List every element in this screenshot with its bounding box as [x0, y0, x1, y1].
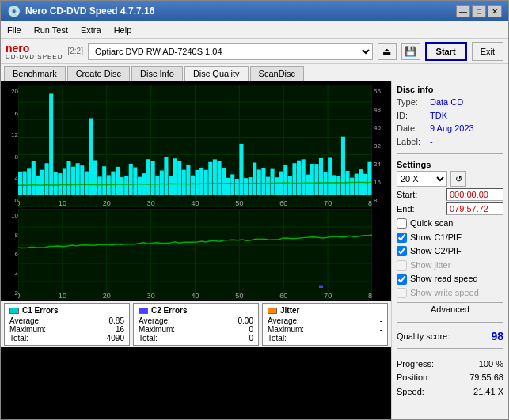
jitter-average-label: Average:: [268, 316, 299, 325]
menu-extra[interactable]: Extra: [78, 25, 104, 36]
position-row: Position: 79:55.68: [397, 371, 503, 385]
eject-icon[interactable]: ⏏: [378, 43, 397, 60]
disc-date-label: Date:: [397, 122, 427, 135]
c1-legend: C1 Errors Average: 0.85 Maximum: 16 Tota…: [4, 303, 130, 346]
jitter-color-swatch: [268, 308, 277, 314]
jitter-label: Jitter: [280, 306, 299, 315]
quality-row: Quality score: 98: [397, 330, 503, 342]
show-c1-label: Show C1/PIE: [410, 231, 462, 245]
lower-left-y-axis: 10 8 6 4 2: [4, 209, 18, 300]
show-read-speed-checkbox[interactable]: [397, 274, 407, 285]
speed-row: 20 X ↺: [397, 171, 503, 187]
tab-disc-info[interactable]: Disc Info: [131, 66, 183, 81]
c2-legend: C2 Errors Average: 0.00 Maximum: 0 Total…: [133, 303, 259, 346]
position-value: 79:55.68: [469, 371, 503, 385]
show-read-speed-label: Show read speed: [410, 272, 478, 286]
show-c1-checkbox[interactable]: [397, 233, 407, 243]
drive-selector[interactable]: Optiarc DVD RW AD-7240S 1.04: [88, 43, 373, 60]
jitter-title: Jitter: [268, 306, 382, 315]
menu-bar: File Run Test Extra Help: [1, 21, 508, 39]
divider-3: [397, 348, 503, 349]
speed-selector[interactable]: 20 X: [397, 171, 447, 187]
tab-create-disc[interactable]: Create Disc: [67, 66, 130, 81]
menu-file[interactable]: File: [4, 25, 25, 36]
jitter-total-label: Total:: [268, 334, 287, 342]
start-label: Start:: [397, 190, 417, 199]
c1-color-swatch: [9, 308, 19, 314]
jitter-legend: Jitter Average: - Maximum: - Total: -: [262, 303, 388, 346]
disc-info-section: Disc info Type: Data CD ID: TDK Date: 9 …: [397, 85, 503, 148]
show-write-speed-label: Show write speed: [410, 286, 479, 301]
upper-right-y-axis: 56 48 40 32 24 16 8: [372, 85, 388, 207]
lower-right-spacer: [372, 209, 388, 300]
start-button[interactable]: Start: [425, 42, 467, 61]
show-jitter-checkbox[interactable]: [397, 260, 407, 271]
quick-scan-row: Quick scan: [397, 217, 503, 231]
disc-label-row: Label: -: [397, 135, 503, 149]
position-label: Position:: [397, 371, 430, 385]
show-c2-label: Show C2/PIF: [410, 244, 462, 259]
upper-chart-container: 20 16 12 8 4 0 56 48 40 32 24 16: [4, 85, 388, 207]
c1-maximum-label: Maximum:: [9, 325, 46, 334]
nero-logo: nero CD-DVD SPEED: [6, 43, 63, 60]
quick-scan-label: Quick scan: [410, 217, 453, 231]
disc-info-title: Disc info: [397, 85, 503, 94]
refresh-button[interactable]: ↺: [450, 171, 466, 187]
speed-row-progress: Speed: 21.41 X: [397, 385, 503, 399]
c1-maximum-value: 16: [116, 325, 124, 334]
tab-benchmark[interactable]: Benchmark: [4, 66, 66, 81]
quick-scan-checkbox[interactable]: [397, 218, 407, 229]
exit-button[interactable]: Exit: [472, 42, 503, 61]
c1-title: C1 Errors: [9, 306, 124, 315]
c1-label: C1 Errors: [22, 306, 59, 315]
end-time: 079:57.72: [446, 202, 503, 215]
jitter-average-value: -: [380, 316, 382, 325]
divider-2: [397, 322, 503, 323]
disc-id-row: ID: TDK: [397, 109, 503, 123]
legend-row: C1 Errors Average: 0.85 Maximum: 16 Tota…: [4, 303, 388, 346]
disc-label-label: Label:: [397, 135, 427, 149]
end-label: End:: [397, 204, 415, 214]
window-controls: — □ ✕: [456, 5, 502, 17]
disc-id-label: ID:: [397, 109, 427, 123]
divider-1: [397, 153, 503, 154]
settings-title: Settings: [397, 160, 503, 169]
show-c2-row: Show C2/PIF: [397, 244, 503, 259]
start-time: 000:00.00: [446, 188, 503, 201]
quality-score: 98: [491, 330, 503, 342]
close-button[interactable]: ✕: [488, 5, 502, 17]
c2-total-value: 0: [249, 334, 253, 342]
main-content: 20 16 12 8 4 0 56 48 40 32 24 16: [1, 81, 508, 419]
tab-scandisc[interactable]: ScanDisc: [250, 66, 304, 81]
disc-date-value: 9 Aug 2023: [430, 122, 474, 135]
show-jitter-label: Show jitter: [410, 259, 450, 273]
toolbar: nero CD-DVD SPEED [2:2] Optiarc DVD RW A…: [1, 39, 508, 64]
quality-label: Quality score:: [397, 331, 450, 341]
c1-total-value: 4090: [107, 334, 124, 342]
menu-help[interactable]: Help: [111, 25, 135, 36]
menu-run-test[interactable]: Run Test: [31, 25, 71, 36]
progress-section: Progress: 100 % Position: 79:55.68 Speed…: [397, 358, 503, 399]
save-icon[interactable]: 💾: [401, 43, 420, 60]
c2-title: C2 Errors: [139, 306, 253, 315]
disc-label-value: -: [430, 135, 433, 149]
show-c2-checkbox[interactable]: [397, 246, 407, 256]
right-panel: Disc info Type: Data CD ID: TDK Date: 9 …: [391, 81, 508, 419]
c1-total-label: Total:: [9, 334, 28, 342]
show-write-speed-checkbox[interactable]: [397, 288, 407, 298]
progress-label: Progress:: [397, 358, 434, 372]
disc-date-row: Date: 9 Aug 2023: [397, 122, 503, 135]
c2-average-label: Average:: [139, 316, 170, 325]
tab-disc-quality[interactable]: Disc Quality: [184, 66, 249, 81]
advanced-button[interactable]: Advanced: [397, 302, 503, 316]
speed-label: Speed:: [397, 385, 424, 399]
c1-average-value: 0.85: [109, 316, 124, 325]
maximize-button[interactable]: □: [472, 5, 486, 17]
lower-chart-canvas: [18, 209, 372, 300]
main-window: 💿 Nero CD-DVD Speed 4.7.7.16 — □ ✕ File …: [0, 0, 509, 420]
legend-area: C1 Errors Average: 0.85 Maximum: 16 Tota…: [1, 301, 391, 347]
minimize-button[interactable]: —: [456, 5, 470, 17]
show-write-speed-row: Show write speed: [397, 286, 503, 301]
c2-color-swatch: [139, 308, 148, 314]
c2-maximum-value: 0: [249, 325, 253, 334]
